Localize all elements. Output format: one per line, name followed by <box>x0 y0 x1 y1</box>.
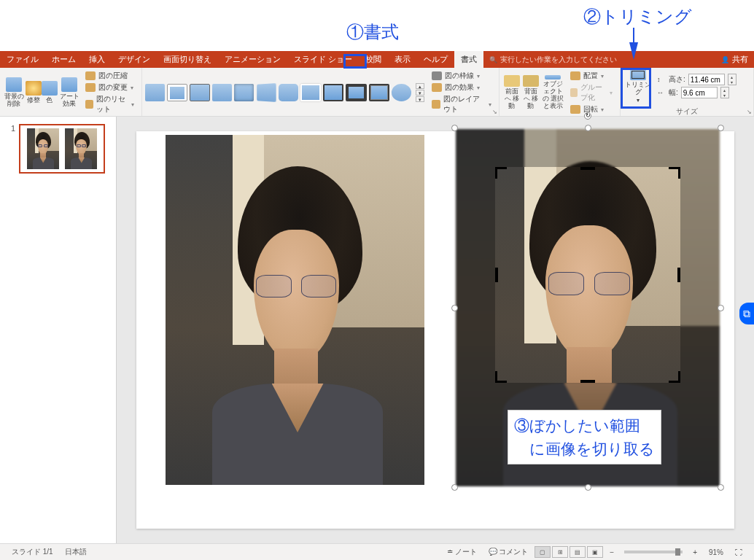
picture-border[interactable]: 図の枠線▾ <box>432 71 491 81</box>
picture-style-11[interactable] <box>369 84 389 101</box>
picture-style-4[interactable] <box>212 84 232 101</box>
picture-style-10[interactable] <box>346 84 367 101</box>
resize-handle-ml[interactable] <box>451 305 458 311</box>
annotation-3-line1: ③ぼかしたい範囲 <box>514 414 655 438</box>
tab-home[interactable]: ホーム <box>45 51 82 68</box>
height-spin-up[interactable]: ▴ <box>728 74 736 79</box>
picture-layout[interactable]: 図のレイアウト▾ <box>432 94 491 114</box>
crop-handle-tr[interactable] <box>669 167 680 179</box>
width-label: 幅: <box>669 88 678 98</box>
picture-style-1[interactable] <box>145 84 165 101</box>
crop-handle-top[interactable] <box>580 167 595 170</box>
height-label: 高さ: <box>669 74 685 85</box>
styles-dialog-launcher[interactable]: ↘ <box>491 108 498 115</box>
annotation-1-format: ①書式 <box>346 20 399 44</box>
share-button[interactable]: 共有 <box>721 54 748 65</box>
notes-button[interactable]: ≐ ノート <box>441 547 483 557</box>
picture-style-7[interactable] <box>279 84 298 101</box>
style-gallery-down[interactable]: ▾ <box>416 90 424 96</box>
reset-picture[interactable]: 図のリセット▾ <box>85 94 134 114</box>
tab-animations[interactable]: アニメーション <box>218 51 287 68</box>
status-language[interactable]: 日本語 <box>59 547 93 557</box>
slide-canvas-area[interactable] <box>117 117 754 543</box>
resize-handle-tr[interactable] <box>718 125 724 131</box>
comments-button[interactable]: 💬 コメント <box>483 547 535 557</box>
view-sorter-button[interactable]: ⊞ <box>552 546 568 558</box>
trimming-button[interactable]: トリミング ▾ <box>623 69 653 104</box>
rotate-button[interactable]: 回転▾ <box>570 104 613 114</box>
rotate-handle[interactable] <box>584 112 591 120</box>
status-slide-number: スライド 1/1 <box>6 547 59 557</box>
picture-style-2[interactable] <box>167 84 187 101</box>
bring-forward-button[interactable]: 前面へ 移動 <box>502 75 521 110</box>
picture-style-8[interactable] <box>300 84 321 101</box>
picture-style-5[interactable] <box>234 84 254 101</box>
style-gallery-up[interactable]: ▴ <box>416 83 424 89</box>
view-slideshow-button[interactable]: ▣ <box>587 546 603 558</box>
slide-number: 1 <box>11 124 15 174</box>
resize-handle-br[interactable] <box>718 484 724 491</box>
crop-handle-bl[interactable] <box>495 371 507 383</box>
tab-format[interactable]: 書式 <box>454 51 483 68</box>
remove-background-button[interactable]: 背景の 削除 <box>3 75 26 110</box>
resize-handle-bc[interactable] <box>585 484 591 491</box>
annotation-2-arrow <box>629 42 638 60</box>
crop-handle-left[interactable] <box>495 268 498 282</box>
picture-style-3[interactable] <box>190 84 210 101</box>
height-input[interactable] <box>688 74 725 85</box>
thumbnail-panel: 1 <box>0 117 117 543</box>
height-spin-down[interactable]: ▾ <box>728 79 736 85</box>
group-label-size: サイズ <box>621 106 753 117</box>
ribbon: 背景の 削除 修整 色 アート効果 図の圧縮 図の変更▾ 図のリセット▾ 調整 <box>0 68 754 117</box>
fit-to-window-button[interactable]: ⛶ <box>729 548 748 556</box>
picture-style-6[interactable] <box>257 83 277 102</box>
compress-pictures[interactable]: 図の圧縮 <box>85 71 134 81</box>
picture-effects[interactable]: 図の効果▾ <box>432 82 491 93</box>
picture-style-9[interactable] <box>323 84 343 101</box>
zoom-level[interactable]: 91% <box>703 548 729 556</box>
tab-slideshow[interactable]: スライド ショー <box>287 51 359 68</box>
tell-me-search[interactable]: 実行したい作業を入力してください <box>489 55 617 65</box>
width-spin-down[interactable]: ▾ <box>721 93 728 98</box>
crop-frame[interactable] <box>495 167 680 383</box>
align-button[interactable]: 配置▾ <box>570 71 613 81</box>
menu-bar: ファイル ホーム 挿入 デザイン 画面切り替え アニメーション スライド ショー… <box>0 51 754 68</box>
change-picture[interactable]: 図の変更▾ <box>85 82 134 93</box>
tab-view[interactable]: 表示 <box>388 51 417 68</box>
selection-pane-button[interactable]: オブジェクトの 選択と表示 <box>540 75 566 110</box>
resize-handle-tl[interactable] <box>451 125 458 131</box>
corrections-button[interactable]: 修整 <box>26 75 42 110</box>
style-gallery-more[interactable]: ▾ <box>416 96 424 102</box>
annotation-3-line2: に画像を切り取る <box>514 438 655 461</box>
width-input[interactable] <box>681 87 718 98</box>
crop-handle-br[interactable] <box>669 371 680 383</box>
color-button[interactable]: 色 <box>42 75 58 110</box>
slide-thumbnail-1[interactable] <box>19 124 105 174</box>
zoom-in-button[interactable]: + <box>687 548 703 556</box>
tab-design[interactable]: デザイン <box>112 51 157 68</box>
dropbox-icon[interactable]: ⧉ <box>739 303 754 324</box>
artistic-effects-button[interactable]: アート効果 <box>58 75 82 110</box>
resize-handle-mr[interactable] <box>718 305 724 311</box>
view-normal-button[interactable]: ▢ <box>535 546 551 558</box>
picture-style-12[interactable] <box>392 84 411 101</box>
tab-insert[interactable]: 挿入 <box>82 51 112 68</box>
zoom-slider[interactable] <box>624 551 683 553</box>
annotation-3-crop-instruction: ③ぼかしたい範囲 に画像を切り取る <box>508 410 661 464</box>
crop-handle-right[interactable] <box>677 268 680 282</box>
resize-handle-bl[interactable] <box>451 484 458 491</box>
tab-file[interactable]: ファイル <box>0 51 45 68</box>
workspace: 1 <box>0 117 754 543</box>
zoom-out-button[interactable]: − <box>604 548 620 556</box>
tab-transitions[interactable]: 画面切り替え <box>157 51 218 68</box>
size-dialog-launcher[interactable]: ↘ <box>745 108 753 115</box>
crop-handle-tl[interactable] <box>495 167 507 179</box>
view-reading-button[interactable]: ▤ <box>570 546 586 558</box>
image-left[interactable] <box>166 135 424 485</box>
width-spin-up[interactable]: ▴ <box>721 88 728 93</box>
crop-handle-bottom[interactable] <box>580 380 595 383</box>
send-backward-button[interactable]: 背面へ 移動 <box>521 75 540 110</box>
tab-help[interactable]: ヘルプ <box>417 51 454 68</box>
tab-review[interactable]: 校閲 <box>359 51 388 68</box>
resize-handle-tc[interactable] <box>585 125 591 131</box>
